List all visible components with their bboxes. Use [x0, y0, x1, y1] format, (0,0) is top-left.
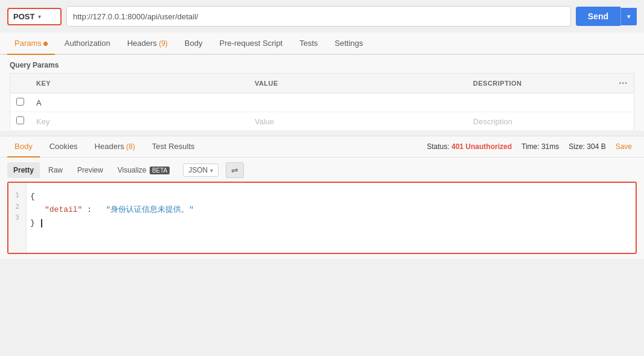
- table-row: Key Value Description: [10, 112, 634, 131]
- beta-badge: BETA: [150, 167, 170, 174]
- query-params-section: Query Params KEY VALUE DESCRIPTION ··· A: [0, 55, 644, 131]
- wrap-button[interactable]: ⇌: [226, 162, 244, 178]
- url-input[interactable]: [66, 6, 571, 27]
- status-value: 401 Unauthorized: [451, 142, 512, 151]
- col-actions: ···: [613, 74, 634, 94]
- time-label: Time: 31ms: [521, 142, 559, 151]
- row-key-cell: A: [30, 94, 249, 112]
- format-tab-pretty[interactable]: Pretty: [7, 162, 40, 178]
- save-response-button[interactable]: Save: [616, 142, 632, 151]
- send-dropdown-button[interactable]: ▾: [620, 8, 637, 25]
- method-label: POST: [13, 12, 34, 21]
- format-bar: Pretty Raw Preview Visualize BETA JSON ▾…: [7, 162, 637, 178]
- table-row: A: [10, 94, 634, 112]
- response-status-bar: Status: 401 Unauthorized Time: 31ms Size…: [427, 142, 637, 151]
- json-line-2: "detail" : "身份认证信息未提供。": [30, 203, 626, 217]
- row-checkbox[interactable]: [16, 98, 24, 106]
- row-actions-cell: [613, 112, 634, 131]
- format-select-icon: ▾: [210, 167, 213, 174]
- col-description: DESCRIPTION: [467, 74, 613, 94]
- format-tab-visualize[interactable]: Visualize BETA: [112, 162, 176, 178]
- table-options-icon[interactable]: ···: [619, 78, 628, 88]
- method-selector[interactable]: POST ▾: [7, 8, 62, 25]
- json-code-content: { "detail" : "身份认证信息未提供。" }: [30, 190, 626, 230]
- request-bar: POST ▾ Send ▾: [0, 0, 644, 33]
- json-line-1: {: [30, 190, 626, 203]
- params-table: KEY VALUE DESCRIPTION ··· A: [10, 73, 634, 131]
- tab-params[interactable]: Params: [7, 33, 55, 55]
- tab-authorization[interactable]: Authorization: [57, 33, 118, 55]
- response-body-area: Pretty Raw Preview Visualize BETA JSON ▾…: [0, 157, 644, 259]
- format-tab-preview[interactable]: Preview: [71, 162, 109, 178]
- row-desc-cell: Description: [467, 112, 613, 131]
- col-key: KEY: [30, 74, 249, 94]
- method-dropdown-icon: ▾: [38, 13, 41, 20]
- format-select-value: JSON: [188, 166, 208, 174]
- tab-headers[interactable]: Headers (9): [120, 33, 175, 55]
- response-tab-bar: Body Cookies Headers (8) Test Results St…: [0, 136, 644, 157]
- tab-response-headers[interactable]: Headers (8): [88, 136, 142, 157]
- json-response-block: 1 2 3 { "detail" : "身份认证信息未提供。" }: [7, 182, 637, 254]
- row-desc-cell: [467, 94, 613, 112]
- request-tab-bar: Params Authorization Headers (9) Body Pr…: [0, 33, 644, 55]
- row-value-cell: Value: [249, 112, 467, 131]
- tab-response-body[interactable]: Body: [7, 136, 40, 157]
- tab-body[interactable]: Body: [177, 33, 210, 55]
- line-numbers: 1 2 3: [8, 183, 27, 253]
- row-key-cell: Key: [30, 112, 249, 131]
- size-label: Size: 304 B: [569, 142, 605, 151]
- col-checkbox: [10, 74, 31, 94]
- format-select[interactable]: JSON ▾: [183, 164, 218, 177]
- params-dot: [43, 42, 48, 46]
- query-params-title: Query Params: [10, 61, 634, 69]
- send-button-group: Send ▾: [576, 7, 637, 26]
- row-checkbox-cell: [10, 112, 31, 131]
- tab-cookies[interactable]: Cookies: [42, 136, 85, 157]
- row-checkbox-cell: [10, 94, 31, 112]
- send-button[interactable]: Send: [576, 7, 620, 26]
- col-value: VALUE: [249, 74, 467, 94]
- tab-test-results[interactable]: Test Results: [145, 136, 202, 157]
- format-tab-raw[interactable]: Raw: [42, 162, 69, 178]
- tab-settings[interactable]: Settings: [328, 33, 371, 55]
- row-actions-cell: [613, 94, 634, 112]
- text-cursor: [41, 219, 42, 227]
- status-label: Status: 401 Unauthorized: [427, 142, 512, 151]
- row-checkbox[interactable]: [16, 116, 24, 124]
- json-line-3: }: [30, 217, 626, 230]
- row-value-cell: [249, 94, 467, 112]
- tab-prerequest[interactable]: Pre-request Script: [212, 33, 290, 55]
- tab-tests[interactable]: Tests: [292, 33, 325, 55]
